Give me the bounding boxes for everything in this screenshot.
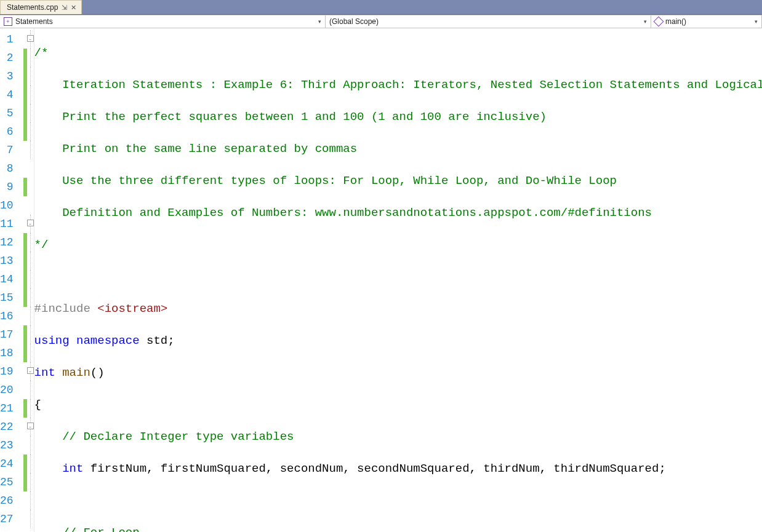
fold-guide xyxy=(30,455,31,473)
line-number: 6 xyxy=(0,122,22,141)
line-number: 5 xyxy=(0,104,22,122)
fold-guide xyxy=(30,510,31,528)
code-text: int xyxy=(34,366,63,379)
code-text: <iostream> xyxy=(97,302,167,316)
line-number: 4 xyxy=(0,85,22,104)
method-icon xyxy=(655,18,662,25)
fold-guide xyxy=(30,344,31,362)
line-number: 19 xyxy=(0,362,22,381)
line-number: 8 xyxy=(0,159,22,178)
line-number: 1 xyxy=(0,30,22,49)
line-number: 7 xyxy=(0,141,22,159)
fold-guide xyxy=(30,233,31,252)
change-indicator-column xyxy=(22,28,27,532)
code-text: int xyxy=(34,462,90,475)
line-number: 9 xyxy=(0,178,22,196)
line-number: 2 xyxy=(0,49,22,67)
code-editor[interactable]: 1234567891011121314151617181920212223242… xyxy=(0,28,762,532)
fold-guide xyxy=(30,325,31,344)
file-tab-statements[interactable]: Statements.cpp ⇲ ✕ xyxy=(0,0,82,14)
outline-fold-column: ---- xyxy=(27,28,34,532)
line-number: 3 xyxy=(0,67,22,85)
line-number: 18 xyxy=(0,344,22,362)
navigation-bar: + Statements ▾ (Global Scope) ▾ main() ▾ xyxy=(0,15,762,28)
line-number: 27 xyxy=(0,510,22,528)
line-number: 14 xyxy=(0,270,22,288)
fold-toggle-icon[interactable]: - xyxy=(27,220,34,226)
code-text: std; xyxy=(146,334,175,347)
line-number: 11 xyxy=(0,215,22,233)
fold-guide xyxy=(30,252,31,270)
line-number: 21 xyxy=(0,399,22,418)
class-dropdown[interactable]: + Statements ▾ xyxy=(0,15,326,28)
scope-dropdown[interactable]: (Global Scope) ▾ xyxy=(326,15,651,28)
fold-guide xyxy=(30,307,31,325)
code-text: main xyxy=(62,366,90,379)
fold-guide xyxy=(30,381,31,399)
fold-guide xyxy=(30,104,31,122)
line-number: 22 xyxy=(0,418,22,436)
code-text: firstNum, firstNumSquared, secondNum, se… xyxy=(90,462,666,475)
fold-guide xyxy=(30,85,31,104)
code-text: Definition and Examples of Numbers: www.… xyxy=(34,206,652,220)
line-number: 17 xyxy=(0,325,22,344)
code-area[interactable]: /* Iteration Statements : Example 6: Thi… xyxy=(34,28,762,532)
fold-guide xyxy=(30,288,31,307)
tab-bar: Statements.cpp ⇲ ✕ xyxy=(0,0,762,15)
code-text: // Declare Integer type variables xyxy=(34,430,294,443)
chevron-down-icon: ▾ xyxy=(644,18,647,25)
pin-icon[interactable]: ⇲ xyxy=(62,4,67,12)
line-number: 16 xyxy=(0,307,22,325)
fold-guide xyxy=(30,141,31,159)
fold-guide xyxy=(30,49,31,67)
line-number: 26 xyxy=(0,491,22,510)
fold-guide xyxy=(30,436,31,455)
line-number: 13 xyxy=(0,252,22,270)
scope-dropdown-label: (Global Scope) xyxy=(329,17,379,26)
fold-guide xyxy=(30,491,31,510)
line-number-gutter: 1234567891011121314151617181920212223242… xyxy=(0,28,22,532)
line-number: 25 xyxy=(0,473,22,491)
line-number: 15 xyxy=(0,288,22,307)
chevron-down-icon: ▾ xyxy=(318,18,321,25)
class-dropdown-label: Statements xyxy=(15,17,53,26)
line-number: 23 xyxy=(0,436,22,455)
project-icon: + xyxy=(4,17,12,26)
member-dropdown-label: main() xyxy=(665,17,686,26)
code-text: */ xyxy=(34,238,49,252)
code-text: () xyxy=(90,366,105,379)
line-number: 10 xyxy=(0,196,22,215)
code-text: Use the three different types of loops: … xyxy=(34,174,617,188)
fold-guide xyxy=(30,67,31,85)
line-number: 12 xyxy=(0,233,22,252)
code-text: { xyxy=(34,398,41,411)
code-text: #include xyxy=(34,302,98,316)
code-text: using namespace xyxy=(34,334,146,347)
tab-label: Statements.cpp xyxy=(7,3,58,12)
chevron-down-icon: ▾ xyxy=(755,18,758,25)
code-text: // For Loop xyxy=(34,526,140,532)
fold-toggle-icon[interactable]: - xyxy=(27,423,34,429)
line-number: 24 xyxy=(0,455,22,473)
member-dropdown[interactable]: main() ▾ xyxy=(651,15,762,28)
close-icon[interactable]: ✕ xyxy=(71,4,76,12)
line-number: 20 xyxy=(0,381,22,399)
fold-toggle-icon[interactable]: - xyxy=(27,367,34,374)
fold-guide xyxy=(30,270,31,288)
fold-guide xyxy=(30,399,31,418)
fold-guide xyxy=(30,122,31,141)
code-text: Print the perfect squares between 1 and … xyxy=(34,110,547,124)
code-text: Iteration Statements : Example 6: Third … xyxy=(34,78,762,92)
fold-guide xyxy=(30,473,31,491)
fold-toggle-icon[interactable]: - xyxy=(27,35,34,42)
code-text: Print on the same line separated by comm… xyxy=(34,142,358,156)
code-text: /* xyxy=(34,46,49,60)
